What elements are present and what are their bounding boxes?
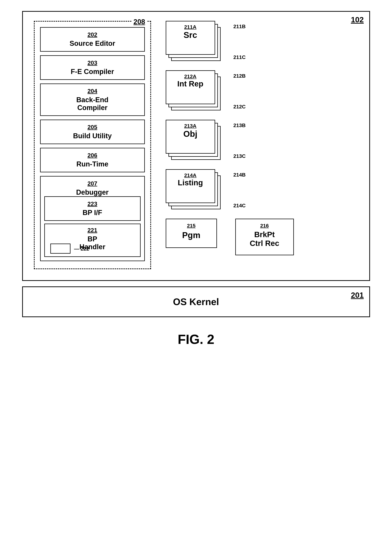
stack-211a-name: Src	[183, 30, 197, 40]
label-214b: 214B	[233, 172, 246, 178]
file-stack-212-wrapper: 212A Int Rep	[166, 70, 228, 112]
label-205: 205	[42, 124, 142, 131]
component-box-204: 204 Back-EndCompiler	[40, 84, 145, 116]
name-216: BrkPtCtrl Rec	[238, 230, 291, 248]
label-215: 215	[168, 223, 215, 229]
stack-214-labels: 214B 214C	[233, 172, 246, 209]
label-201: 201	[351, 291, 364, 300]
file-stack-213-wrapper: 213A Obj	[166, 120, 228, 162]
label-208: 208	[132, 18, 146, 26]
label-221: 221	[48, 227, 136, 234]
name-204: Back-EndCompiler	[42, 96, 142, 112]
box-102: 102 208 202 Source Editor 203 F-E Compil…	[22, 11, 370, 281]
component-box-223: 223 BP I/F	[44, 196, 141, 221]
stack-213a-label: 213A	[184, 123, 196, 129]
label-213b: 213B	[233, 122, 246, 128]
stack-212: 212A Int Rep 212B 212C	[166, 70, 358, 112]
label-202: 202	[42, 31, 142, 38]
os-kernel-text: OS Kernel	[173, 297, 219, 307]
stack-214a-label: 214A	[184, 172, 196, 178]
name-207: Debugger	[76, 188, 109, 196]
stack-214a-layer: 214A Listing	[166, 169, 215, 203]
fig-caption: FIG. 2	[177, 332, 214, 347]
right-column: 211A Src 211B 211C	[166, 21, 358, 255]
label-206: 206	[42, 152, 142, 159]
component-box-202: 202 Source Editor	[40, 27, 145, 52]
stack-212-labels: 212B 212C	[233, 73, 246, 110]
component-box-206: 206 Run-Time	[40, 148, 145, 172]
label-211c: 211C	[233, 54, 246, 60]
stack-212a-name: Int Rep	[177, 79, 203, 88]
stack-212a-label: 212A	[184, 74, 196, 79]
label-203: 203	[42, 60, 142, 66]
name-206: Run-Time	[76, 160, 108, 168]
stack-211a-label: 211A	[184, 24, 196, 30]
file-stack-214-wrapper: 214A Listing	[166, 169, 228, 211]
label-223: 223	[47, 200, 138, 207]
component-box-221: 221 BPHandler — 222	[44, 224, 141, 257]
stack-213: 213A Obj 213B 213C	[166, 120, 358, 162]
label-213c: 213C	[233, 153, 246, 159]
file-stack-211-wrapper: 211A Src	[166, 21, 228, 63]
small-box-222	[50, 243, 70, 254]
stack-214a-name: Listing	[178, 178, 203, 187]
stack-211a-layer: 211A Src	[166, 21, 215, 55]
component-box-205: 205 Build Utility	[40, 120, 145, 144]
box-208: 208 202 Source Editor 203 F-E Compiler 2…	[34, 21, 151, 269]
name-205: Build Utility	[73, 132, 112, 140]
stack-213-labels: 213B 213C	[233, 122, 246, 159]
label-216: 216	[238, 223, 291, 229]
page-wrapper: 102 208 202 Source Editor 203 F-E Compil…	[15, 11, 377, 347]
stack-213a-layer: 213A Obj	[166, 120, 215, 154]
box-201: 201 OS Kernel	[22, 286, 370, 317]
label-212b: 212B	[233, 73, 246, 79]
name-202: Source Editor	[70, 40, 115, 47]
debugger-title: 207 Debugger	[44, 180, 141, 196]
debugger-inner: 223 BP I/F 221 BPHandler — 222	[44, 196, 141, 257]
label-212c: 212C	[233, 104, 246, 110]
stack-211: 211A Src 211B 211C	[166, 21, 358, 63]
main-content: 208 202 Source Editor 203 F-E Compiler 2…	[34, 21, 358, 269]
label-204: 204	[42, 88, 142, 94]
stack-214: 214A Listing 214B 214C	[166, 169, 358, 211]
stack-211-labels: 211B 211C	[233, 24, 246, 60]
name-203: F-E Compiler	[71, 68, 114, 75]
box-216: 216 BrkPtCtrl Rec	[235, 219, 294, 255]
label-207: 207	[44, 180, 141, 187]
box-215: 215 Pgm	[166, 219, 217, 248]
stack-212a-layer: 212A Int Rep	[166, 70, 215, 104]
component-box-203: 203 F-E Compiler	[40, 55, 145, 80]
component-box-207: 207 Debugger 223 BP I/F 221 BPHandler	[40, 176, 145, 261]
name-223: BP I/F	[83, 209, 102, 216]
label-214c: 214C	[233, 203, 246, 209]
label-222: — 222	[74, 246, 89, 252]
label-102: 102	[351, 15, 364, 24]
stack-213a-name: Obj	[183, 129, 197, 139]
label-211b: 211B	[233, 24, 246, 29]
name-215: Pgm	[182, 230, 201, 240]
bottom-boxes-row: 215 Pgm 216 BrkPtCtrl Rec	[166, 219, 358, 255]
